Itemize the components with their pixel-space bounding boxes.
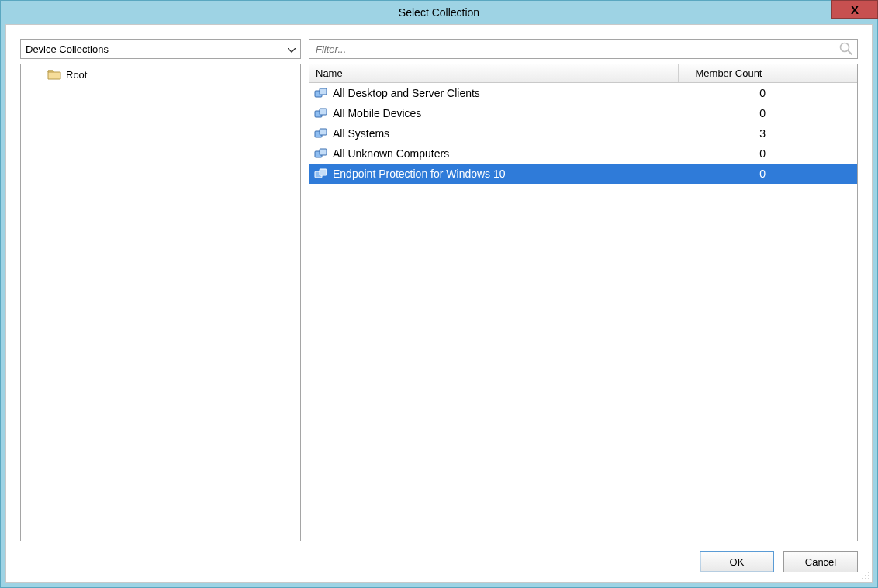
close-icon: X <box>851 3 859 16</box>
client-area: Device Collections <box>5 24 873 583</box>
top-controls: Device Collections <box>20 39 858 59</box>
collection-icon <box>314 87 328 99</box>
table-row[interactable]: All Mobile Devices0 <box>309 103 857 123</box>
row-name-label: All Mobile Devices <box>333 107 421 119</box>
svg-point-14 <box>868 575 869 576</box>
svg-rect-11 <box>320 169 327 175</box>
collection-icon <box>314 168 328 180</box>
svg-rect-3 <box>320 88 327 95</box>
titlebar: Select Collection X <box>1 1 877 24</box>
svg-rect-7 <box>320 129 327 135</box>
close-button[interactable]: X <box>831 0 878 19</box>
row-name-cell: All Unknown Computers <box>309 147 679 160</box>
cancel-button[interactable]: Cancel <box>783 551 858 572</box>
table-row[interactable]: All Desktop and Server Clients0 <box>309 83 857 103</box>
window-title: Select Collection <box>399 6 479 19</box>
column-header-name[interactable]: Name <box>309 64 679 82</box>
row-name-cell: Endpoint Protection for Windows 10 <box>309 168 679 180</box>
table-row[interactable]: Endpoint Protection for Windows 100 <box>309 164 857 184</box>
svg-rect-5 <box>320 109 327 115</box>
svg-point-12 <box>868 572 869 573</box>
panes: Root Name Member Count All Desktop and S… <box>20 64 858 541</box>
select-collection-dialog: Select Collection X Device Collections <box>0 0 878 588</box>
row-name-label: All Unknown Computers <box>333 147 449 160</box>
search-icon[interactable] <box>838 41 854 57</box>
column-header-member-count[interactable]: Member Count <box>679 64 779 82</box>
svg-line-1 <box>848 50 852 54</box>
list-body[interactable]: All Desktop and Server Clients0 All Mobi… <box>309 83 857 541</box>
svg-point-16 <box>865 578 866 579</box>
collection-icon <box>314 147 328 160</box>
column-header-row: Name Member Count <box>309 64 857 83</box>
row-count-cell: 0 <box>679 87 779 99</box>
row-count-cell: 3 <box>679 127 779 140</box>
row-count-cell: 0 <box>679 147 779 160</box>
folder-icon <box>47 68 61 81</box>
filter-input[interactable] <box>314 43 838 56</box>
table-row[interactable]: All Unknown Computers0 <box>309 144 857 164</box>
row-name-label: All Desktop and Server Clients <box>333 87 480 99</box>
svg-point-17 <box>868 578 869 579</box>
row-name-cell: All Mobile Devices <box>309 107 679 119</box>
row-count-cell: 0 <box>679 168 779 180</box>
collection-list: Name Member Count All Desktop and Server… <box>309 64 858 541</box>
svg-point-15 <box>862 578 863 579</box>
table-row[interactable]: All Systems3 <box>309 123 857 144</box>
chevron-down-icon <box>285 43 299 55</box>
row-name-cell: All Desktop and Server Clients <box>309 87 679 99</box>
row-name-label: All Systems <box>333 127 389 140</box>
ok-button[interactable]: OK <box>700 551 774 572</box>
tree-item-root[interactable]: Root <box>24 66 297 83</box>
collection-scope-dropdown[interactable]: Device Collections <box>20 39 301 59</box>
filter-box <box>309 39 858 59</box>
resize-grip-icon[interactable] <box>859 569 870 580</box>
dropdown-selected-label: Device Collections <box>26 43 109 55</box>
svg-rect-9 <box>320 149 327 155</box>
row-count-cell: 0 <box>679 107 779 119</box>
tree-pane[interactable]: Root <box>20 64 301 541</box>
tree-item-label: Root <box>66 69 87 81</box>
collection-icon <box>314 127 328 140</box>
column-header-spacer <box>779 64 857 82</box>
row-name-label: Endpoint Protection for Windows 10 <box>333 168 506 180</box>
dialog-buttons: OK Cancel <box>20 551 858 572</box>
collection-icon <box>314 107 328 119</box>
svg-point-13 <box>865 575 866 576</box>
row-name-cell: All Systems <box>309 127 679 140</box>
